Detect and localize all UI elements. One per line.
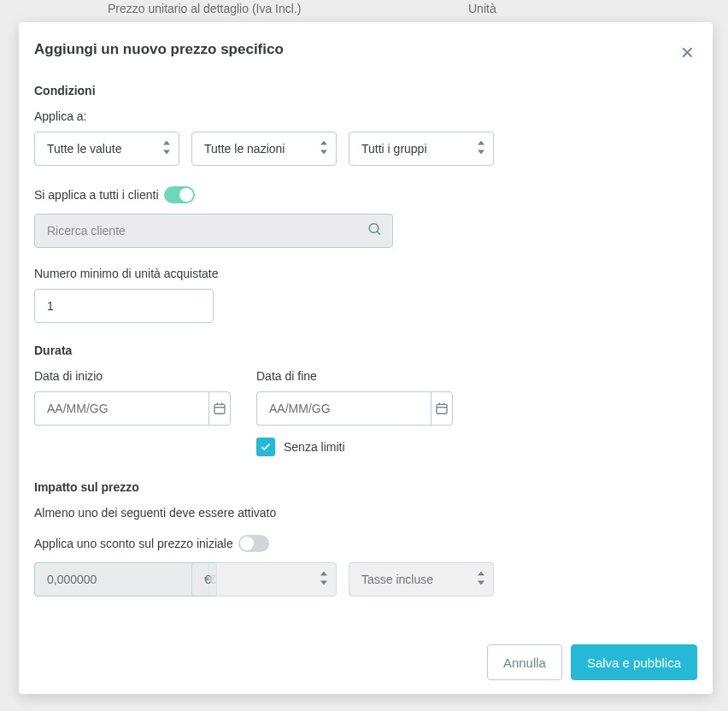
- svg-rect-2: [214, 404, 225, 414]
- discount-row: € € Tasse incluse: [34, 562, 697, 596]
- group-select[interactable]: Tutti i gruppi: [349, 132, 494, 166]
- end-date-picker-button[interactable]: [431, 391, 453, 426]
- customer-search-input[interactable]: [34, 214, 393, 248]
- close-button[interactable]: ×: [678, 41, 697, 63]
- impact-section-title: Impatto sul prezzo: [34, 480, 697, 494]
- discount-amount-input[interactable]: [34, 562, 208, 596]
- discount-toggle[interactable]: [238, 535, 269, 552]
- end-date-input[interactable]: [256, 391, 431, 426]
- bg-label-unit: Unità: [468, 2, 496, 15]
- discount-currency-select[interactable]: €: [191, 562, 337, 596]
- modal-header: Aggiungi un nuovo prezzo specifico ×: [34, 41, 697, 63]
- specific-price-modal: Aggiungi un nuovo prezzo specifico × Con…: [19, 22, 713, 694]
- min-qty-label: Numero minimo di unità acquistate: [34, 267, 697, 280]
- modal-body: Condizioni Applica a: Tutte le valute Tu…: [34, 84, 697, 629]
- customer-search-wrap: [34, 214, 393, 248]
- impact-subtitle: Almeno uno dei seguenti deve essere atti…: [34, 506, 697, 520]
- svg-rect-6: [437, 404, 447, 414]
- duration-section-title: Durata: [34, 344, 697, 357]
- start-date-input[interactable]: [34, 391, 208, 426]
- bg-label-price: Prezzo unitario al dettaglio (Iva Incl.): [108, 2, 301, 15]
- save-button[interactable]: Salva e pubblica: [571, 644, 697, 680]
- discount-tax-select[interactable]: Tasse incluse: [349, 562, 494, 596]
- modal-title: Aggiungi un nuovo prezzo specifico: [34, 41, 284, 58]
- discount-label: Applica uno sconto sul prezzo iniziale: [34, 537, 233, 550]
- all-customers-label: Si applica a tutti i clienti: [34, 188, 159, 202]
- min-qty-input[interactable]: [34, 289, 214, 323]
- unlimited-row: Senza limiti: [256, 438, 697, 456]
- svg-point-0: [369, 224, 379, 233]
- end-date-label: Data di fine: [256, 369, 453, 383]
- country-select[interactable]: Tutte le nazioni: [191, 132, 337, 166]
- start-date-picker-button[interactable]: [208, 391, 231, 426]
- apply-to-label: Applica a:: [34, 109, 697, 123]
- discount-toggle-row: Applica uno sconto sul prezzo iniziale: [34, 535, 697, 552]
- all-customers-toggle[interactable]: [164, 186, 195, 203]
- modal-footer: Annulla Salva e pubblica: [34, 629, 697, 680]
- all-customers-row: Si applica a tutti i clienti: [34, 186, 697, 203]
- unlimited-label: Senza limiti: [284, 440, 345, 454]
- date-row: Data di inizio Data di fine: [34, 369, 697, 426]
- svg-line-1: [377, 232, 380, 235]
- cancel-button[interactable]: Annulla: [487, 644, 562, 680]
- start-date-label: Data di inizio: [34, 369, 231, 383]
- conditions-section-title: Condizioni: [34, 84, 697, 97]
- unlimited-checkbox[interactable]: [256, 438, 275, 456]
- currency-select[interactable]: Tutte le valute: [34, 132, 179, 166]
- apply-to-selects: Tutte le valute Tutte le nazioni Tutti i…: [34, 132, 697, 166]
- search-icon: [367, 222, 383, 240]
